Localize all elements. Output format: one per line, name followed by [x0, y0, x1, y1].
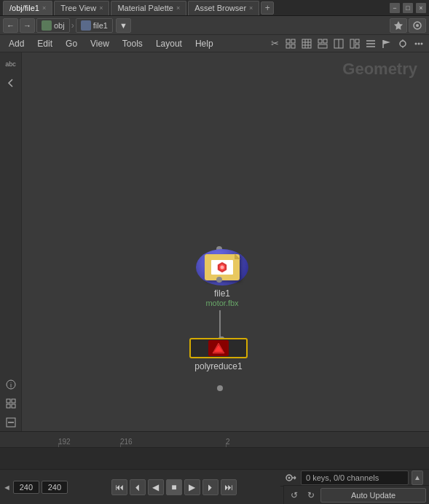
- svg-text:i: i: [10, 382, 12, 389]
- keys-icon[interactable]: [283, 470, 298, 485]
- path-crumb-file1[interactable]: file1: [76, 18, 113, 33]
- frame-end-input[interactable]: [42, 481, 68, 494]
- menu-help[interactable]: Help: [189, 37, 219, 50]
- polyreduce1-node-inner: [208, 340, 229, 356]
- svg-rect-5: [286, 44, 290, 48]
- timeline-track[interactable]: [0, 448, 429, 470]
- sidebar-abc-button[interactable]: abc: [2, 55, 20, 73]
- svg-rect-34: [12, 399, 15, 403]
- add-tab-button[interactable]: +: [261, 1, 274, 15]
- auto-update-row: ↺ ↻ Auto Update: [283, 485, 429, 504]
- layout-icon-1[interactable]: [347, 36, 362, 51]
- view-icon[interactable]: [395, 36, 410, 51]
- svg-rect-7: [302, 39, 311, 48]
- tab-close-icon[interactable]: ×: [176, 4, 180, 12]
- tab-material-palette[interactable]: Material Palette ×: [111, 1, 186, 15]
- auto-update-button[interactable]: Auto Update: [320, 488, 426, 503]
- pin-button[interactable]: [390, 18, 407, 33]
- file1-sublabel: motor.fbx: [205, 299, 238, 307]
- svg-rect-33: [7, 399, 10, 403]
- menu-layout[interactable]: Layout: [150, 37, 188, 50]
- menu-go[interactable]: Go: [60, 37, 83, 50]
- left-sidebar: abc i: [0, 52, 22, 431]
- radial-button[interactable]: [409, 18, 426, 33]
- stop-button[interactable]: ■: [166, 479, 182, 495]
- tab-close-icon[interactable]: ×: [99, 4, 103, 12]
- frame-left-arrow[interactable]: ◄: [3, 483, 11, 492]
- tab-label: Tree View: [60, 4, 96, 12]
- svg-rect-6: [291, 44, 295, 48]
- svg-rect-36: [12, 404, 15, 408]
- menu-add[interactable]: Add: [3, 37, 30, 50]
- svg-rect-18: [355, 39, 359, 43]
- svg-rect-4: [291, 39, 295, 43]
- crumb-obj-label: obj: [54, 21, 65, 30]
- svg-point-2: [416, 24, 419, 27]
- tab-obj-file1[interactable]: /obj/file1 ×: [3, 1, 52, 15]
- file1-label: file1: [214, 288, 230, 299]
- canvas-area[interactable]: Geometry file1 motor.: [22, 52, 429, 431]
- file1-node-circle: [196, 249, 248, 286]
- tab-bar: /obj/file1 × Tree View × Material Palett…: [3, 1, 274, 15]
- svg-point-28: [415, 42, 417, 44]
- frame-start-input[interactable]: [13, 481, 39, 494]
- svg-rect-19: [355, 44, 359, 48]
- file1-bottom-connector[interactable]: [216, 277, 222, 283]
- tab-close-icon[interactable]: ×: [42, 4, 46, 12]
- forward-button[interactable]: →: [20, 18, 35, 33]
- more-icon[interactable]: [412, 36, 426, 51]
- scissors-icon[interactable]: ✂: [267, 36, 282, 51]
- node-file1[interactable]: file1 motor.fbx: [193, 249, 251, 307]
- path-dropdown-button[interactable]: ▼: [116, 18, 131, 33]
- menu-tools[interactable]: Tools: [117, 37, 149, 50]
- jump-start-button[interactable]: ⏮: [111, 479, 127, 495]
- list-icon[interactable]: [363, 36, 378, 51]
- file1-icon: [81, 20, 91, 31]
- step-back-button[interactable]: ⏴: [130, 479, 146, 495]
- split-icon[interactable]: [331, 36, 346, 51]
- grid-icon-1[interactable]: [283, 36, 298, 51]
- jump-end-button[interactable]: ⏭: [221, 479, 237, 495]
- svg-rect-3: [286, 39, 290, 43]
- sidebar-back-button[interactable]: [2, 74, 20, 92]
- step-forward-button[interactable]: ⏵: [202, 479, 219, 495]
- toolbar-right: [390, 18, 426, 33]
- title-bar: /obj/file1 × Tree View × Material Palett…: [0, 0, 429, 16]
- minimize-button[interactable]: −: [390, 3, 400, 13]
- close-button[interactable]: ×: [416, 3, 426, 13]
- tab-tree-view[interactable]: Tree View ×: [54, 1, 109, 15]
- menu-bar: Add Edit Go View Tools Layout Help ✂: [0, 35, 429, 52]
- tab-close-icon[interactable]: ×: [249, 4, 253, 12]
- tab-asset-browser[interactable]: Asset Browser ×: [188, 1, 259, 15]
- ruler-mark-192: 192: [58, 438, 71, 446]
- flag-icon[interactable]: [379, 36, 394, 51]
- grid-icon-2[interactable]: [299, 36, 314, 51]
- path-crumb-obj[interactable]: obj: [36, 18, 70, 33]
- play-forward-button[interactable]: ▶: [184, 479, 200, 495]
- refresh-icon[interactable]: ↺: [287, 488, 302, 503]
- play-back-button[interactable]: ◀: [148, 479, 164, 495]
- keys-display: 0 keys, 0/0 channels: [301, 470, 409, 485]
- svg-rect-14: [318, 44, 327, 48]
- sidebar-minus-button[interactable]: [2, 414, 20, 431]
- svg-point-47: [288, 476, 291, 479]
- maximize-button[interactable]: □: [403, 3, 413, 13]
- sidebar-info-button[interactable]: i: [2, 376, 20, 393]
- back-button[interactable]: ←: [3, 18, 18, 33]
- node-polyreduce1[interactable]: polyreduce1: [189, 336, 248, 371]
- timeline-ruler: 192 216 2: [0, 432, 429, 448]
- ruler-mark-216: 216: [120, 438, 133, 446]
- keys-expand-button[interactable]: ▲: [412, 470, 423, 485]
- refresh2-icon[interactable]: ↻: [304, 488, 318, 503]
- toolbar: ← → obj › file1 ▼: [0, 16, 429, 35]
- connector-svg: [22, 52, 429, 431]
- geometry-label: Geometry: [342, 60, 417, 79]
- keys-row: 0 keys, 0/0 channels ▲: [280, 469, 426, 487]
- svg-point-25: [400, 41, 406, 47]
- polyreduce1-node-box: [189, 338, 248, 358]
- sidebar-grid-button[interactable]: [2, 395, 20, 412]
- grid-icon-3[interactable]: [315, 36, 330, 51]
- menu-edit[interactable]: Edit: [31, 37, 58, 50]
- menu-view[interactable]: View: [84, 37, 115, 50]
- svg-rect-13: [323, 39, 327, 43]
